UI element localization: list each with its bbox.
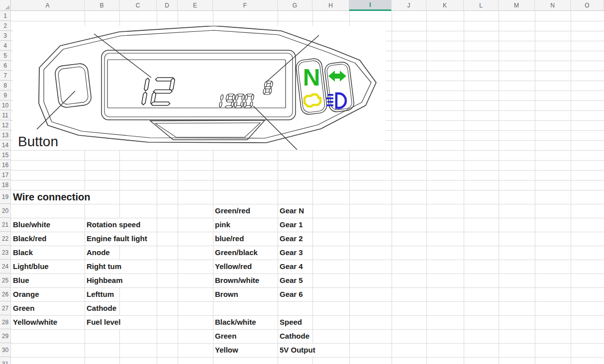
cell-B21[interactable]: Rotation speed xyxy=(87,218,141,231)
grid-line-vertical xyxy=(392,11,392,364)
column-header-O[interactable]: O xyxy=(571,0,604,11)
select-all-corner[interactable] xyxy=(0,0,11,11)
grid-line-horizontal xyxy=(11,180,604,181)
column-header-N[interactable]: N xyxy=(535,0,571,11)
column-header-J[interactable]: J xyxy=(392,0,426,11)
grid-line-vertical xyxy=(499,11,499,364)
button-label: Button xyxy=(18,134,58,149)
cell-A27[interactable]: Green xyxy=(13,302,35,315)
cell-A23[interactable]: Black xyxy=(13,246,34,259)
column-header-C[interactable]: C xyxy=(119,0,157,11)
row-header-8[interactable]: 8 xyxy=(0,81,11,91)
row-header-22[interactable]: 22 xyxy=(0,232,11,246)
grid-line-vertical xyxy=(464,11,464,364)
cell-A22[interactable]: Black/red xyxy=(13,232,48,245)
cell-A19[interactable]: Wire connection xyxy=(13,190,91,203)
cell-A26[interactable]: Orange xyxy=(13,288,40,301)
cell-F25[interactable]: Brown/white xyxy=(215,274,260,287)
column-header-K[interactable]: K xyxy=(426,0,464,11)
row-header-25[interactable]: 25 xyxy=(0,273,11,287)
cell-G25[interactable]: Gear 5 xyxy=(280,274,304,287)
cell-G26[interactable]: Gear 6 xyxy=(280,288,304,301)
cell-B24[interactable]: Right tum xyxy=(87,260,122,273)
cell-G29[interactable]: Cathode xyxy=(280,330,310,343)
speedometer-picture[interactable]: N Button xyxy=(13,26,386,150)
row-header-7[interactable]: 7 xyxy=(0,71,11,81)
cell-G28[interactable]: Speed xyxy=(280,316,303,329)
row-header-1[interactable]: 1 xyxy=(0,11,11,21)
grid-line-horizontal xyxy=(11,357,604,358)
column-header-D[interactable]: D xyxy=(157,0,178,11)
cell-F20[interactable]: Green/red xyxy=(215,204,251,217)
cell-G20[interactable]: Gear N xyxy=(280,204,305,217)
cell-A28[interactable]: Yellow/white xyxy=(13,316,58,329)
row-header-29[interactable]: 29 xyxy=(0,329,11,343)
row-header-24[interactable]: 24 xyxy=(0,260,11,273)
cell-G23[interactable]: Gear 3 xyxy=(280,246,304,259)
column-header-A[interactable]: A xyxy=(11,0,85,11)
grid-line-horizontal xyxy=(11,21,604,21)
column-header-L[interactable]: L xyxy=(464,0,499,11)
row-header-30[interactable]: 30 xyxy=(0,343,11,357)
row-header-23[interactable]: 23 xyxy=(0,246,11,260)
cell-B22[interactable]: Engine fault light xyxy=(87,232,148,245)
cell-A24[interactable]: Light/blue xyxy=(13,260,50,273)
cell-F22[interactable]: blue/red xyxy=(215,232,245,245)
cell-B23[interactable]: Anode xyxy=(87,246,111,259)
grid-line-horizontal xyxy=(11,160,604,161)
cell-B25[interactable]: Highbeam xyxy=(87,274,124,287)
row-header-19[interactable]: 19 xyxy=(0,190,11,204)
row-header-21[interactable]: 21 xyxy=(0,218,11,232)
column-header-G[interactable]: G xyxy=(278,0,312,11)
row-header-17[interactable]: 17 xyxy=(0,170,11,180)
cell-G24[interactable]: Gear 4 xyxy=(280,260,304,273)
row-header-14[interactable]: 14 xyxy=(0,140,11,150)
column-header-M[interactable]: M xyxy=(499,0,535,11)
row-header-28[interactable]: 28 xyxy=(0,315,11,329)
row-header-15[interactable]: 15 xyxy=(0,150,11,160)
cell-B26[interactable]: Lefttum xyxy=(87,288,115,301)
cell-B28[interactable]: Fuel level xyxy=(87,316,121,329)
row-header-11[interactable]: 11 xyxy=(0,110,11,120)
column-header-B[interactable]: B xyxy=(85,0,119,11)
cell-F24[interactable]: Yellow/red xyxy=(215,260,253,273)
grid-line-horizontal xyxy=(11,170,604,171)
cell-B27[interactable]: Cathode xyxy=(87,302,117,315)
row-header-12[interactable]: 12 xyxy=(0,120,11,130)
row-header-9[interactable]: 9 xyxy=(0,91,11,100)
row-header-18[interactable]: 18 xyxy=(0,180,11,190)
row-header-3[interactable]: 3 xyxy=(0,31,11,41)
grid-line-vertical xyxy=(426,11,427,364)
cell-F26[interactable]: Brown xyxy=(215,288,239,301)
column-header-I[interactable]: I xyxy=(349,0,392,11)
row-header-13[interactable]: 13 xyxy=(0,130,11,140)
row-header-26[interactable]: 26 xyxy=(0,287,11,301)
cell-A21[interactable]: Blue/white xyxy=(13,218,51,231)
column-header-H[interactable]: H xyxy=(312,0,349,11)
cell-G30[interactable]: 5V Output xyxy=(280,344,316,357)
grid-line-vertical xyxy=(535,11,535,364)
row-header-20[interactable]: 20 xyxy=(0,204,11,218)
row-header-6[interactable]: 6 xyxy=(0,61,11,71)
column-header-E[interactable]: E xyxy=(178,0,213,11)
cell-A25[interactable]: Blue xyxy=(13,274,30,287)
row-header-5[interactable]: 5 xyxy=(0,51,11,61)
cell-F21[interactable]: pink xyxy=(215,218,231,231)
cell-F28[interactable]: Black/white xyxy=(215,316,257,329)
row-header-4[interactable]: 4 xyxy=(0,41,11,51)
row-header-31[interactable]: 31 xyxy=(0,357,11,364)
row-header-16[interactable]: 16 xyxy=(0,160,11,170)
cell-G22[interactable]: Gear 2 xyxy=(280,232,304,245)
cell-G21[interactable]: Gear 1 xyxy=(280,218,304,231)
picture-background xyxy=(13,26,386,150)
grid-line-horizontal xyxy=(11,190,604,190)
neutral-indicator: N xyxy=(303,64,320,91)
row-header-10[interactable]: 10 xyxy=(0,100,11,110)
cell-F30[interactable]: Yellow xyxy=(215,344,239,357)
cell-F23[interactable]: Green/black xyxy=(215,246,259,259)
cell-F29[interactable]: Green xyxy=(215,330,237,343)
row-header-2[interactable]: 2 xyxy=(0,21,11,31)
spreadsheet-app: Wire connectionBlue/whiteBlack/redBlackL… xyxy=(0,0,604,364)
column-header-F[interactable]: F xyxy=(213,0,278,11)
row-header-27[interactable]: 27 xyxy=(0,301,11,315)
